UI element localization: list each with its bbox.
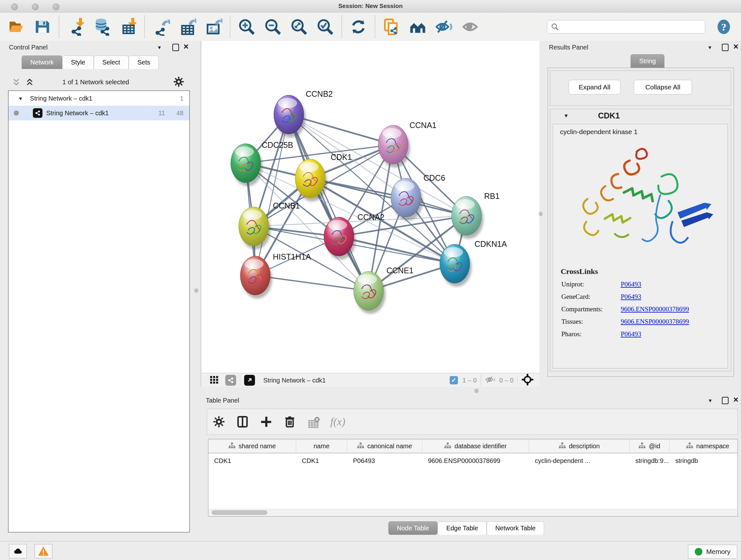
- tab-select[interactable]: Select: [94, 56, 129, 69]
- node-CCNE1[interactable]: CCNE1: [354, 266, 414, 314]
- crosslink-link[interactable]: P06493: [621, 280, 641, 288]
- open-session-button[interactable]: [6, 16, 26, 37]
- column-header-databaseidentifier[interactable]: database identifier: [422, 439, 529, 453]
- network-options-button[interactable]: [173, 76, 185, 88]
- show-graphics-details-button[interactable]: [460, 16, 480, 37]
- clone-network-button[interactable]: [381, 16, 402, 37]
- crosslink-link[interactable]: 9606.ENSP00000378699: [621, 318, 689, 326]
- import-network-database-button[interactable]: [91, 16, 112, 37]
- edge-HIST1H1A-CCNE1[interactable]: [255, 275, 368, 291]
- tab-network[interactable]: Network: [22, 56, 62, 69]
- panel-menu-icon[interactable]: ▼: [708, 45, 712, 50]
- table-cell[interactable]: CDK1: [296, 453, 347, 468]
- title-bar[interactable]: Session: New Session: [0, 0, 741, 13]
- add-column-button[interactable]: [259, 415, 273, 428]
- memory-indicator[interactable]: Memory: [688, 545, 737, 559]
- close-panel-icon[interactable]: ×: [733, 44, 738, 50]
- export-image-button[interactable]: [203, 16, 224, 37]
- tab-sets[interactable]: Sets: [129, 56, 158, 69]
- right-splitter[interactable]: [539, 41, 542, 387]
- column-header-name[interactable]: name: [296, 439, 347, 453]
- table-cell[interactable]: 9606.ENSP00000378699: [422, 453, 529, 468]
- table-cell[interactable]: CDK1: [208, 453, 296, 468]
- node-CDKN1A[interactable]: CDKN1A: [440, 240, 507, 287]
- close-panel-icon[interactable]: ×: [184, 44, 189, 50]
- birds-eye-icon[interactable]: [522, 374, 534, 387]
- tab-style[interactable]: Style: [62, 56, 93, 69]
- crosslink-link[interactable]: 9606.ENSP00000378699: [621, 305, 689, 313]
- node-HIST1H1A[interactable]: HIST1H1A: [240, 252, 311, 299]
- detach-view-icon[interactable]: [244, 375, 255, 386]
- edge-CDK1-RB1[interactable]: [310, 179, 467, 216]
- zoom-fit-button[interactable]: [289, 16, 309, 37]
- table-row[interactable]: CDK1CDK1P064939606.ENSP00000378699cyclin…: [208, 453, 738, 468]
- show-columns-button[interactable]: [236, 415, 249, 428]
- zoom-out-button[interactable]: [263, 16, 283, 37]
- table-cell[interactable]: P06493: [347, 453, 422, 468]
- column-header-sharedname[interactable]: shared name: [208, 439, 296, 453]
- splitter-handle[interactable]: [474, 388, 479, 393]
- network-collection-row[interactable]: ▼ String Network – cdk1 1: [9, 91, 189, 106]
- network-canvas[interactable]: CCNB2CCNA1CDC25BCDK1CDC6RB1CCNB1CCNA2CDK…: [202, 41, 539, 373]
- cloud-status-button[interactable]: [9, 544, 27, 558]
- search-input[interactable]: [547, 20, 705, 34]
- network-overview-icon[interactable]: [225, 375, 236, 386]
- node-CDC25B[interactable]: CDC25B: [231, 140, 293, 186]
- table-horizontal-scrollbar[interactable]: [208, 509, 738, 516]
- import-network-file-button[interactable]: [65, 16, 86, 37]
- delete-table-button[interactable]: [307, 415, 320, 428]
- import-network-database-icon: [93, 18, 111, 36]
- node-CCNB2[interactable]: CCNB2: [274, 89, 333, 138]
- crosslink-link[interactable]: P06493: [621, 330, 641, 338]
- refresh-network-button[interactable]: [348, 16, 368, 37]
- node-label-RB1: RB1: [484, 192, 500, 200]
- export-network-button[interactable]: [151, 16, 172, 37]
- column-header-description[interactable]: description: [529, 439, 630, 453]
- search-field[interactable]: [547, 20, 705, 34]
- selected-checkbox-icon[interactable]: ✓: [450, 376, 458, 384]
- hide-graphics-details-button[interactable]: [434, 16, 454, 37]
- delete-column-button[interactable]: [283, 415, 296, 428]
- zoom-in-button[interactable]: [237, 16, 257, 37]
- tab-node-table[interactable]: Node Table: [388, 521, 438, 535]
- panel-menu-icon[interactable]: ▼: [708, 398, 713, 403]
- warning-status-button[interactable]: [35, 544, 52, 558]
- zoom-selected-button[interactable]: [315, 16, 335, 37]
- column-header-id[interactable]: @id: [630, 439, 670, 453]
- table-cell[interactable]: stringdb: [670, 453, 738, 468]
- table-settings-button[interactable]: [212, 415, 226, 428]
- save-session-button[interactable]: [32, 16, 53, 37]
- tab-string[interactable]: String: [630, 54, 664, 68]
- panel-menu-icon[interactable]: ▼: [157, 45, 162, 50]
- tab-edge-table[interactable]: Edge Table: [437, 521, 487, 535]
- tab-network-table[interactable]: Network Table: [487, 521, 544, 535]
- column-header-canonicalname[interactable]: canonical name: [347, 439, 422, 453]
- column-header-namespace[interactable]: namespace: [670, 439, 738, 453]
- collapse-all-button[interactable]: Collapse All: [634, 80, 692, 95]
- protein-expander-icon[interactable]: ▼: [563, 113, 569, 119]
- scrollbar-thumb[interactable]: [212, 510, 267, 515]
- node-CCNA1[interactable]: CCNA1: [378, 121, 436, 168]
- node-RB1[interactable]: RB1: [452, 192, 500, 239]
- grid-view-icon[interactable]: [209, 375, 219, 386]
- expand-all-button[interactable]: Expand All: [569, 80, 620, 95]
- import-table-button[interactable]: [118, 16, 138, 37]
- node-CDC6[interactable]: CDC6: [391, 173, 445, 221]
- table-cell[interactable]: cyclin-dependent ...: [529, 453, 630, 468]
- function-builder-button[interactable]: f(x): [330, 416, 345, 428]
- crosslink-link[interactable]: P06493: [621, 293, 641, 301]
- edge-CCNB2-HIST1H1A[interactable]: [255, 115, 289, 275]
- float-panel-icon[interactable]: [722, 44, 729, 51]
- table-cell[interactable]: stringdb:9...: [630, 453, 670, 468]
- export-table-button[interactable]: [177, 16, 198, 37]
- table-splitter[interactable]: [192, 387, 741, 394]
- tree-expander-icon[interactable]: ▼: [18, 96, 23, 101]
- float-panel-icon[interactable]: [172, 44, 179, 51]
- help-button[interactable]: ?: [716, 18, 732, 35]
- left-splitter[interactable]: [192, 41, 202, 387]
- first-neighbors-button[interactable]: [408, 16, 428, 37]
- network-row[interactable]: String Network – cdk1 11 48: [9, 106, 189, 120]
- float-panel-icon[interactable]: [722, 397, 729, 404]
- splitter-handle[interactable]: [194, 288, 199, 293]
- close-panel-icon[interactable]: ×: [733, 397, 738, 403]
